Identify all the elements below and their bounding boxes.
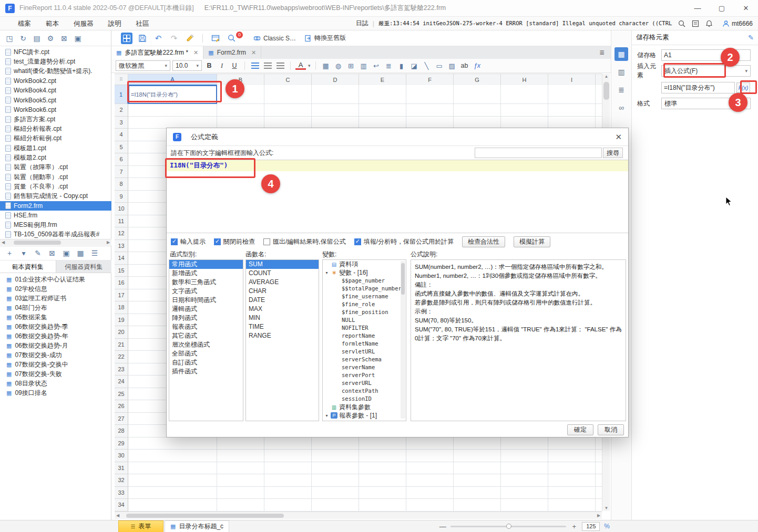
file-tree-item[interactable]: HSE.frm — [0, 211, 111, 220]
grid-cell[interactable] — [359, 104, 406, 117]
grid-cell[interactable] — [548, 474, 596, 487]
bell-icon[interactable] — [704, 19, 714, 28]
merge-cell-icon[interactable]: ▦ — [321, 60, 331, 71]
open-formula-editor-button[interactable]: F(x) — [736, 82, 750, 93]
line-insert-icon[interactable]: ╲ — [422, 60, 432, 71]
edit-dataset-icon[interactable]: ✎ — [32, 247, 44, 259]
row-header[interactable]: 11 — [115, 215, 128, 228]
row-header[interactable]: 14 — [115, 252, 128, 265]
scroll-right-icon[interactable]: ▶ — [596, 513, 602, 518]
column-header[interactable]: E — [359, 74, 406, 85]
dataset-item[interactable]: ▦07数据交换-失败 — [0, 369, 111, 379]
edit-pencil-icon[interactable]: ✎ — [748, 34, 754, 41]
function-category-item[interactable]: 全部函式 — [169, 349, 243, 358]
row-header[interactable]: 23 — [115, 363, 128, 376]
tab-server-datasets[interactable]: 伺服器資料集 — [56, 260, 112, 273]
function-category-item[interactable]: 其它函式 — [169, 331, 243, 340]
grid-cell[interactable] — [312, 117, 359, 129]
column-header[interactable]: F — [406, 74, 454, 85]
file-tree-item[interactable]: WorkBook6.cpt — [0, 105, 111, 114]
grid-cell[interactable] — [596, 450, 602, 462]
row-header[interactable]: 16 — [115, 277, 128, 289]
zoom-slider-handle[interactable] — [506, 524, 511, 529]
row-header[interactable]: 25 — [115, 388, 128, 401]
list-icon[interactable]: ≣ — [384, 60, 394, 71]
variable-item[interactable]: $fine_username — [323, 293, 406, 300]
variable-item[interactable]: serverSchema — [323, 356, 406, 363]
grid-cell[interactable] — [548, 104, 596, 117]
file-tree-item[interactable]: NFC讀卡.cpt — [0, 47, 111, 57]
copy-dataset-icon[interactable]: ▣ — [60, 247, 73, 259]
scrollbar-thumb[interactable] — [401, 263, 405, 295]
grid-cell[interactable] — [501, 462, 548, 475]
menu-item[interactable]: 說明 — [101, 17, 129, 30]
dataset-item[interactable]: ▦06数据交换趋势-年 — [0, 331, 111, 341]
grid-cell[interactable] — [217, 474, 264, 487]
checkbox-checked-icon[interactable] — [354, 238, 361, 245]
function-category-item[interactable]: 常用函式 — [169, 260, 243, 269]
column-header[interactable]: I — [548, 74, 596, 85]
hyperlink-icon[interactable]: ∞ — [614, 101, 628, 114]
form-designer-icon[interactable] — [210, 33, 221, 44]
tab-template-2[interactable]: ▦ Form2.frm ✕ — [203, 46, 261, 59]
row-header[interactable]: 1 — [115, 85, 128, 104]
grid-cell[interactable] — [264, 85, 312, 104]
formula-insert-button[interactable]: ƒx — [472, 60, 483, 71]
file-tree-item[interactable]: TB-105_0509器看半成品報表# — [0, 230, 111, 239]
row-header[interactable]: 7 — [115, 166, 128, 179]
zoom-percent-icon[interactable]: % — [604, 523, 610, 530]
variable-item[interactable]: formletName — [323, 340, 406, 348]
file-tree-item[interactable]: 樞紐分析報表.cpt — [0, 124, 111, 133]
file-tree-item[interactable]: 多語言方案.cpt — [0, 114, 111, 124]
variable-group[interactable]: ▥資料集參數 — [323, 403, 406, 411]
row-header[interactable]: 34 — [115, 499, 128, 512]
check-validity-button[interactable]: 檢查合法性 — [462, 236, 505, 247]
row-header[interactable]: 21 — [115, 339, 128, 351]
ab-text-button[interactable]: ab — [459, 60, 470, 71]
grid-cell[interactable] — [359, 487, 406, 499]
grid-cell[interactable] — [128, 487, 217, 499]
image-insert-icon[interactable]: ◪ — [409, 60, 419, 71]
font-size-select[interactable]: 10.0 ▾ — [172, 60, 202, 71]
formula-option[interactable]: 匯出/編輯結果時,保留公式 — [263, 237, 346, 246]
grid-cell[interactable] — [406, 499, 454, 512]
delete-icon[interactable]: ⊠ — [58, 32, 70, 45]
save-icon[interactable] — [137, 33, 148, 44]
grid-cell[interactable] — [406, 462, 454, 475]
preview-dataset-icon[interactable]: ▦ — [74, 247, 87, 259]
grid-cell[interactable] — [596, 462, 602, 475]
column-header[interactable]: H — [501, 74, 548, 85]
row-header[interactable]: 24 — [115, 375, 128, 388]
bold-button[interactable]: B — [204, 60, 214, 71]
file-tree-item[interactable]: WorkBook4.cpt — [0, 86, 111, 95]
grid-cell[interactable] — [548, 437, 596, 450]
row-header[interactable]: 22 — [115, 351, 128, 363]
chart-insert-icon[interactable]: ▮ — [396, 60, 407, 71]
variable-list-scrollbar[interactable] — [401, 261, 405, 419]
grid-cell[interactable] — [217, 104, 264, 117]
cell-A1[interactable]: =I18N("目录分布") — [128, 85, 217, 104]
grid-cell[interactable] — [548, 487, 596, 499]
function-category-item[interactable]: 插件函式 — [169, 367, 243, 376]
preview-button[interactable]: 0 — [226, 32, 247, 45]
variable-item[interactable]: serverName — [323, 363, 406, 371]
grid-cell[interactable] — [312, 474, 359, 487]
insert-element-select[interactable]: 插入公式(F) ▾ — [661, 65, 751, 77]
row-header[interactable]: 31 — [115, 462, 128, 475]
grid-cell[interactable] — [548, 450, 596, 462]
column-header[interactable]: A — [128, 74, 217, 85]
row-header[interactable]: 27 — [115, 413, 128, 425]
file-tree-item[interactable]: Form2.frm — [0, 201, 111, 211]
grid-cell[interactable] — [264, 104, 312, 117]
grid-cell[interactable] — [312, 104, 359, 117]
tab-close-icon[interactable]: ✕ — [191, 49, 198, 56]
row-header[interactable]: 5 — [115, 141, 128, 154]
grid-cell[interactable] — [217, 487, 264, 499]
wrap-text-icon[interactable]: ↩ — [371, 60, 382, 71]
formula-option[interactable]: 關閉前檢查 — [214, 237, 255, 246]
dataset-item[interactable]: ▦07数据交换-成功 — [0, 350, 111, 360]
row-header[interactable]: 9 — [115, 191, 128, 203]
variable-item[interactable]: serverURL — [323, 379, 406, 387]
user-account[interactable]: mt6666 — [718, 20, 753, 27]
zoom-value-input[interactable] — [582, 522, 600, 531]
